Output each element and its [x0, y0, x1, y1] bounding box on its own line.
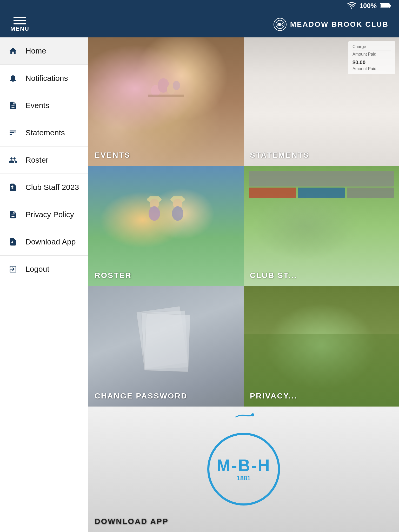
club-logo: MBC MEADOW BROOK CLUB: [274, 18, 389, 31]
sidebar-label-logout: Logout: [25, 265, 49, 274]
sidebar-item-roster[interactable]: Roster: [0, 147, 88, 174]
club-name: MEADOW BROOK CLUB: [290, 20, 389, 29]
roster-tile-label: ROSTER: [95, 271, 132, 280]
home-icon: [8, 46, 18, 56]
events-icon: [8, 100, 18, 111]
grid-tile-privacy[interactable]: PRIVACY...: [244, 286, 399, 407]
menu-button[interactable]: MENU: [10, 17, 29, 32]
grid-tile-clubstaff[interactable]: CLUB ST...: [244, 166, 399, 286]
logout-icon: [8, 264, 18, 274]
svg-rect-9: [148, 95, 184, 97]
main-layout: Home Notifications Events Statements: [0, 37, 399, 532]
sidebar-item-logout[interactable]: Logout: [0, 256, 88, 283]
sidebar-item-statements[interactable]: Statements: [0, 119, 88, 147]
sidebar-item-home[interactable]: Home: [0, 37, 88, 65]
mbh-logo-year: 1881: [237, 475, 250, 482]
grid-tile-statements[interactable]: Charge Amount Paid $0.00 Amount Paid STA…: [244, 37, 399, 166]
sidebar-label-privacy: Privacy Policy: [25, 210, 74, 219]
person-icon: [8, 155, 18, 165]
home-grid: EVENTS Charge Amount Paid $0.00 Amount P…: [88, 37, 399, 532]
download-icon: [8, 237, 18, 247]
content-area: EVENTS Charge Amount Paid $0.00 Amount P…: [88, 37, 399, 532]
clubstaff-tile-label: CLUB ST...: [250, 271, 297, 280]
svg-text:MBC: MBC: [276, 23, 284, 26]
svg-point-17: [172, 206, 183, 221]
changepassword-tile-label: CHANGE PASSWORD: [95, 391, 188, 400]
sidebar-item-downloadapp[interactable]: Download App: [0, 228, 88, 256]
svg-point-8: [173, 81, 180, 90]
club-logo-emblem: MBC: [274, 18, 287, 31]
events-tile-label: EVENTS: [95, 151, 130, 159]
sidebar-label-clubstaff: Club Staff 2023: [25, 183, 79, 192]
svg-point-13: [149, 206, 160, 221]
header: MENU MBC MEADOW BROOK CLUB: [0, 11, 399, 37]
mbh-logo-text: M-B-H: [217, 456, 271, 475]
downloadapp-tile-label: DOWNLOAD APP: [95, 517, 169, 526]
battery-icon: [380, 3, 391, 9]
grid-tile-downloadapp[interactable]: M-B-H 1881 DOWNLOAD APP: [88, 407, 399, 532]
clubstaff-icon: [8, 182, 18, 192]
sidebar-label-roster: Roster: [25, 156, 48, 164]
grid-tile-events[interactable]: EVENTS: [88, 37, 244, 166]
sidebar-label-notifications: Notifications: [25, 74, 68, 83]
statements-icon: [8, 128, 18, 138]
battery-level: 100%: [360, 2, 377, 10]
sidebar-label-home: Home: [25, 46, 46, 55]
sidebar: Home Notifications Events Statements: [0, 37, 88, 532]
sidebar-label-statements: Statements: [25, 128, 65, 137]
statements-tile-label: STATEMENTS: [250, 151, 309, 159]
sidebar-item-notifications[interactable]: Notifications: [0, 65, 88, 92]
svg-rect-1: [381, 4, 389, 8]
wifi-icon: [347, 2, 356, 9]
grid-tile-changepassword[interactable]: CHANGE PASSWORD: [88, 286, 244, 407]
status-bar: 100%: [0, 0, 399, 11]
grid-tile-roster[interactable]: ROSTER: [88, 166, 244, 286]
sidebar-item-privacy[interactable]: Privacy Policy: [0, 201, 88, 228]
privacy-icon: [8, 209, 18, 220]
sidebar-label-downloadapp: Download App: [25, 237, 76, 246]
privacy-tile-label: PRIVACY...: [250, 391, 297, 400]
sidebar-item-clubstaff[interactable]: Club Staff 2023: [0, 174, 88, 201]
sidebar-item-events[interactable]: Events: [0, 92, 88, 119]
bell-icon: [8, 73, 18, 83]
sidebar-label-events: Events: [25, 101, 49, 110]
svg-rect-2: [389, 5, 391, 7]
menu-label: MENU: [10, 25, 29, 32]
